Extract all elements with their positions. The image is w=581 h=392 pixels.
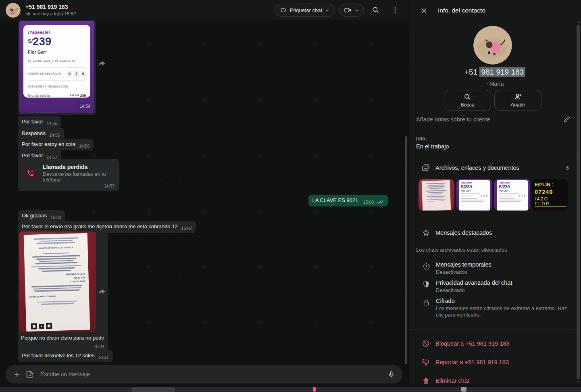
documents-icon	[421, 163, 431, 172]
emoji-sticker-button[interactable]	[24, 369, 35, 380]
media-files-row[interactable]: Archivos, enlaces y documentos 6	[409, 161, 581, 174]
delete-chat-row[interactable]: Eliminar chat	[409, 375, 581, 384]
media-thumbnail-yape[interactable]: ¡Yapeaste! S/239 Flor Gar* 975	[456, 179, 492, 211]
media-thumbnail-plin[interactable]: E/PLIN : 07249 IAZO FLOR	[532, 179, 568, 211]
missed-call-icon-circle	[23, 166, 38, 181]
receipt-photo: BOLETA DE VENTA ELECTRÓNICA GRAVADA S/ 1…	[19, 231, 96, 332]
yape-amount: S/239	[28, 38, 86, 47]
message-composer	[6, 365, 402, 384]
contact-about: En el trabajo	[416, 143, 449, 150]
last-seen: últ. vez hoy a la(s) 15:52	[25, 11, 76, 17]
contact-avatar[interactable]	[6, 3, 21, 18]
search-in-chat-button[interactable]	[368, 3, 383, 17]
pencil-icon	[563, 116, 571, 123]
disappearing-messages-row[interactable]: Mensajes temporales Desactivados	[409, 261, 581, 275]
missed-call-subtitle: Devuelve las llamadas en tu teléfono	[43, 171, 115, 183]
whatsapp-window: +51 981 919 183 últ. vez hoy a la(s) 15:…	[0, 0, 581, 392]
forward-arrow-icon	[98, 59, 106, 68]
yape-card: ¡Yapeaste! S/239 Flor Gar* 25 feb. 2026 …	[23, 25, 90, 98]
chat-column: +51 981 919 183 últ. vez hoy a la(s) 15:…	[0, 0, 408, 384]
attach-button[interactable]	[11, 369, 23, 380]
search-icon	[372, 6, 380, 14]
contact-profile-photo[interactable]	[473, 26, 512, 65]
media-thumbnails: ¡Yapeaste! S/239 Flor Gar* 975 ¡Yapeaste…	[419, 179, 568, 211]
forward-arrow-icon	[98, 287, 106, 296]
message-bubble[interactable]: Por favor14:55	[18, 116, 61, 128]
edit-notes-button[interactable]	[563, 116, 571, 123]
voice-message-button[interactable]	[385, 369, 397, 380]
message-receipt-photo[interactable]: BOLETA DE VENTA ELECTRÓNICA GRAVADA S/ 1…	[18, 230, 108, 352]
receipt-footer: FORMA DE PAGO: CONTADO	[29, 292, 85, 301]
chat-header: +51 981 919 183 últ. vez hoy a la(s) 15:…	[0, 0, 408, 20]
yape-header: ¡Yapeaste!	[28, 29, 86, 36]
star-icon	[421, 229, 431, 237]
background-window-tab	[131, 387, 175, 392]
video-camera-icon	[344, 6, 352, 14]
label-chat-button[interactable]: Etiquetar chat	[275, 4, 335, 17]
message-input[interactable]	[40, 371, 385, 377]
panel-scrollbar-up-arrow[interactable]: ▲	[577, 20, 580, 23]
encryption-row[interactable]: Cifrado Los mensajes están cifrados de e…	[409, 298, 581, 318]
panel-title: Info. del contacto	[438, 7, 485, 14]
chat-menu-button[interactable]	[387, 3, 403, 17]
contact-info-panel: Info. del contacto +51 981 919 183 ~Marí…	[408, 0, 581, 384]
yape-row-dest: DestinoYape	[28, 100, 86, 108]
client-notes-field[interactable]: Añade notas sobre tu cliente	[416, 116, 490, 123]
person-add-icon	[514, 93, 522, 101]
forward-message-button[interactable]	[97, 286, 107, 297]
chat-title: +51 981 919 183	[25, 4, 76, 10]
label-chat-text: Etiquetar chat	[290, 7, 322, 13]
receipt-photo-title: BOLETA DE VENTA ELECTRÓNICA	[27, 244, 84, 252]
message-bubble[interactable]: Por favor devuelve los 12 soles15:21	[18, 350, 113, 362]
receipt-qr-code	[31, 323, 52, 329]
yape-datetime: 25 feb. 2026 | 02:53 p. m.	[28, 57, 86, 65]
trash-icon	[421, 377, 431, 384]
message-bubble[interactable]: Por favor estoy en cola14:56	[18, 139, 94, 150]
close-icon	[420, 7, 428, 15]
sticker-icon	[26, 370, 34, 378]
message-bubble[interactable]: Ok gracias15:00	[18, 210, 65, 222]
info-section-label: Info.	[416, 136, 427, 142]
close-panel-button[interactable]	[419, 5, 429, 16]
media-thumbnail-receipt[interactable]	[419, 179, 454, 211]
report-contact-row[interactable]: Reportar a +51 981 919 183	[409, 357, 581, 368]
taskbar-pink-icon	[313, 387, 316, 392]
chevron-down-icon	[355, 8, 359, 13]
starred-messages-row[interactable]: Mensajes destacados	[409, 227, 581, 239]
advanced-chat-privacy-row[interactable]: Privacidad avanzada del chat Desactivado	[409, 279, 581, 294]
bottom-window-edge	[0, 384, 581, 392]
yape-security-code: 9 7 5	[67, 71, 86, 77]
starred-messages-label: Mensajes destacados	[435, 229, 492, 236]
divider	[409, 157, 581, 157]
timer-icon	[421, 261, 431, 275]
clock-icon	[55, 59, 58, 63]
message-bubble-outgoing[interactable]: LA CLAVE ES 9021 15:00	[308, 195, 388, 206]
media-files-label: Archivos, enlaces y documentos	[435, 165, 519, 171]
missed-call-message[interactable]: Llamada perdida Devuelve las llamadas en…	[18, 159, 119, 191]
message-yape-image[interactable]: ¡Yapeaste! S/239 Flor Gar* 25 feb. 2026 …	[18, 19, 96, 115]
archived-chats-note: Los chats archivados están silenciados	[416, 247, 507, 253]
add-contact-button[interactable]: Añadir	[494, 90, 541, 111]
forward-message-button[interactable]	[97, 58, 107, 69]
missed-call-title: Llamada perdida	[43, 164, 115, 170]
contact-header-info[interactable]: +51 981 919 183 últ. vez hoy a la(s) 15:…	[25, 4, 76, 17]
media-thumbnail-yape[interactable]: ¡Yapeaste! S/239 Flor Gar* 975	[494, 179, 530, 211]
dog-avatar-image	[6, 3, 21, 18]
panel-scrollbar[interactable]	[577, 25, 580, 379]
thumbs-down-icon	[421, 358, 431, 366]
video-call-button[interactable]	[339, 4, 364, 17]
selected-text: 981 919 183	[479, 67, 525, 77]
kebab-menu-icon	[391, 6, 399, 14]
yape-tx-label: DATOS DE LA TRANSACCIÓN	[28, 83, 86, 90]
chat-toolbar: Etiquetar chat	[275, 3, 403, 17]
receipt-totals: GRAVADA S/ 10.17 IGV S/ 1.83 TOTAL S/ 12…	[28, 272, 85, 285]
chat-scrollbar[interactable]	[405, 136, 407, 364]
panel-scrollbar-down-arrow[interactable]: ▼	[577, 380, 580, 383]
message-bubble[interactable]: Responda14:55	[18, 128, 64, 140]
dog-avatar-image	[473, 26, 512, 65]
message-time: 14:54	[80, 102, 90, 110]
search-contact-button[interactable]: Busca	[444, 90, 491, 111]
block-contact-row[interactable]: Bloquear a +51 981 919 183	[409, 338, 581, 349]
yape-code-label: CÓDIGO DE SEGURIDAD	[28, 70, 61, 77]
yape-row-op: Nro. de operación13685975	[28, 109, 86, 113]
